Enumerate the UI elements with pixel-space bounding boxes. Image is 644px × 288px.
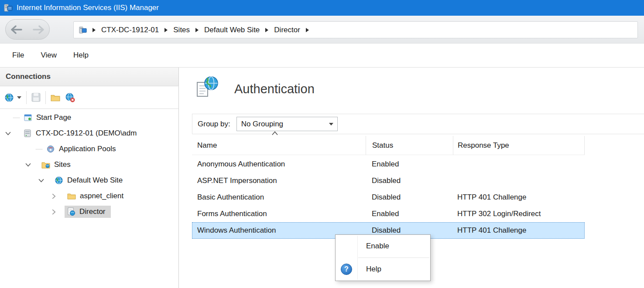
context-menu-item-label: Help [366, 265, 381, 274]
start-page-icon [24, 113, 32, 122]
auth-name: ASP.NET Impersonation [192, 173, 366, 189]
create-connection-button[interactable] [4, 93, 14, 102]
navigation-cluster [5, 19, 50, 40]
auth-name: Forms Authentication [192, 206, 366, 222]
address-bar-row: CTX-DC-1912-01 Sites Default Web Site Di… [0, 16, 644, 44]
auth-row-forms[interactable]: Forms Authentication Enabled HTTP 302 Lo… [192, 206, 585, 222]
tree-connector [13, 118, 20, 118]
tree-item-director[interactable]: Director [51, 204, 111, 220]
auth-name: Anonymous Authentication [192, 156, 366, 173]
tree-item-server[interactable]: CTX-DC-1912-01 (DEMO\adm [5, 125, 137, 141]
globe-icon [55, 176, 63, 185]
breadcrumb-item-server[interactable]: CTX-DC-1912-01 [101, 26, 159, 34]
sort-ascending-icon [271, 131, 278, 136]
chevron-down-icon [329, 123, 333, 125]
tree-item-aspnet-client[interactable]: aspnet_client [51, 188, 123, 204]
breadcrumb-arrow-icon [306, 28, 309, 32]
breadcrumb-arrow-icon [265, 28, 268, 32]
forward-button[interactable] [32, 24, 45, 35]
expander-right-icon[interactable] [51, 209, 56, 215]
auth-status: Disabled [366, 189, 453, 206]
tree-item-application-pools[interactable]: Application Pools [36, 141, 116, 157]
context-menu-item-label: Enable [366, 242, 389, 251]
toolbar-separator [26, 91, 27, 104]
tree-item-label: aspnet_client [80, 192, 123, 200]
window-title: Internet Information Services (IIS) Mana… [17, 3, 159, 12]
auth-name: Basic Authentication [192, 189, 366, 206]
back-button[interactable] [10, 24, 23, 35]
breadcrumb-arrow-icon [92, 28, 96, 32]
breadcrumb-site-icon [79, 26, 87, 34]
feature-title: Authentication [234, 82, 315, 96]
menu-file[interactable]: File [12, 51, 24, 60]
authentication-feature-icon [195, 75, 220, 99]
title-bar: Internet Information Services (IIS) Mana… [0, 0, 644, 16]
auth-row-anonymous[interactable]: Anonymous Authentication Enabled [192, 156, 585, 173]
tree-selected-item[interactable]: Director [65, 206, 111, 218]
save-connections-button[interactable] [31, 93, 41, 102]
tree-connector [36, 149, 42, 149]
context-menu: Enable ? Help [335, 234, 431, 281]
help-icon: ? [341, 264, 352, 275]
column-header-name[interactable]: Name [192, 136, 366, 155]
tree-item-sites[interactable]: Sites [25, 157, 71, 173]
menu-bar: File View Help [0, 44, 644, 68]
list-header-row: Name Status Response Type [192, 136, 585, 155]
connections-panel-header: Connections [0, 68, 179, 86]
group-by-dropdown[interactable]: No Grouping [236, 117, 338, 131]
auth-response: HTTP 401 Challenge [453, 189, 585, 206]
tree-item-label: Sites [54, 160, 71, 169]
group-by-bar: Group by: No Grouping [192, 114, 644, 134]
breadcrumb-item-sites[interactable]: Sites [173, 26, 190, 34]
application-pools-icon [46, 145, 55, 153]
app-icon [4, 3, 13, 12]
tree-item-label: Start Page [36, 113, 71, 122]
auth-status: Disabled [366, 173, 453, 189]
breadcrumb-arrow-icon [195, 28, 199, 32]
expander-right-icon[interactable] [51, 193, 56, 199]
tree-item-label: Director [79, 207, 106, 216]
tree-item-label: Default Web Site [67, 176, 123, 185]
connections-tree: Start Page CTX-DC-1912-01 (DEMO\adm Appl… [0, 109, 179, 288]
auth-response: HTTP 401 Challenge [453, 222, 585, 239]
tree-item-label: CTX-DC-1912-01 (DEMO\adm [36, 129, 137, 138]
folder-icon [67, 193, 76, 200]
breadcrumb-item-director[interactable]: Director [274, 26, 300, 34]
group-by-value: No Grouping [241, 120, 283, 129]
breadcrumb-arrow-icon [164, 28, 168, 32]
tree-item-default-web-site[interactable]: Default Web Site [38, 173, 123, 188]
connections-panel-title: Connections [6, 72, 51, 81]
auth-response [453, 156, 585, 173]
auth-status: Enabled [366, 206, 453, 222]
context-menu-enable[interactable]: Enable [336, 235, 430, 258]
auth-response [453, 173, 585, 189]
delete-connection-button[interactable] [65, 92, 75, 102]
auth-row-aspnet-impersonation[interactable]: ASP.NET Impersonation Disabled [192, 173, 585, 189]
context-menu-help[interactable]: ? Help [336, 258, 430, 281]
breadcrumb: CTX-DC-1912-01 Sites Default Web Site Di… [73, 21, 638, 38]
menu-view[interactable]: View [41, 51, 57, 60]
menu-help[interactable]: Help [73, 51, 89, 60]
connections-toolbar [0, 86, 179, 109]
column-header-response-type[interactable]: Response Type [453, 136, 585, 155]
expander-down-icon[interactable] [25, 163, 31, 167]
tree-item-start-page[interactable]: Start Page [13, 110, 71, 125]
server-icon [23, 129, 32, 138]
breadcrumb-item-default-web-site[interactable]: Default Web Site [204, 26, 260, 34]
expander-down-icon[interactable] [38, 178, 44, 183]
connection-dropdown-caret-icon[interactable] [17, 96, 21, 99]
auth-status: Enabled [366, 156, 453, 173]
group-by-label: Group by: [198, 120, 230, 129]
expander-down-icon[interactable] [5, 131, 11, 136]
application-icon [67, 207, 75, 216]
auth-response: HTTP 302 Login/Redirect [453, 206, 585, 222]
auth-row-basic[interactable]: Basic Authentication Disabled HTTP 401 C… [192, 189, 585, 206]
new-folder-button[interactable] [51, 94, 60, 102]
tree-item-label: Application Pools [59, 145, 116, 153]
sites-folder-icon [41, 161, 50, 169]
column-header-status[interactable]: Status [366, 136, 453, 155]
toolbar-separator [45, 91, 46, 104]
